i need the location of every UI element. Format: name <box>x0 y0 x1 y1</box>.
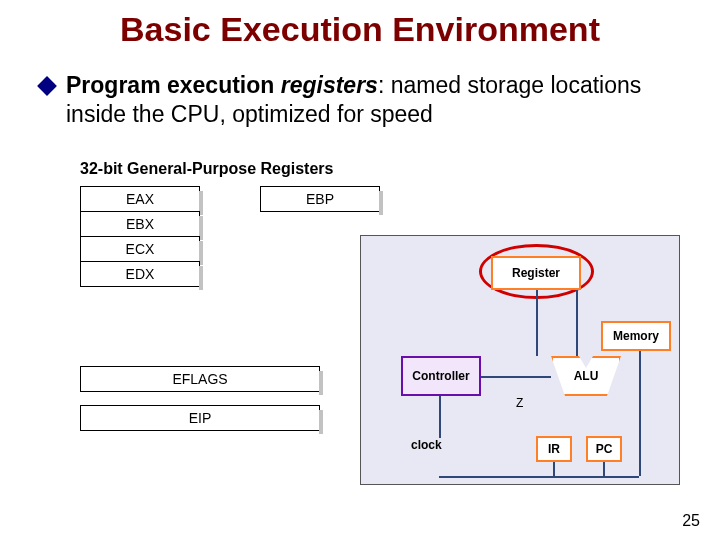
cpu-controller-block: Controller <box>401 356 481 396</box>
page-number: 25 <box>682 512 700 530</box>
wire <box>439 396 441 438</box>
bullet-item: Program execution registers: named stora… <box>40 71 680 129</box>
cpu-clock-label: clock <box>411 438 442 452</box>
wire <box>553 462 555 476</box>
cpu-pc-block: PC <box>586 436 622 462</box>
wire <box>439 476 639 478</box>
reg-eip: EIP <box>80 405 320 431</box>
bullet-text: Program execution registers: named stora… <box>66 71 680 129</box>
reg-ecx: ECX <box>80 236 200 262</box>
reg-eax: EAX <box>80 186 200 212</box>
wire <box>603 462 605 476</box>
wire <box>639 351 641 476</box>
reg-ebp: EBP <box>260 186 380 212</box>
diamond-bullet-icon <box>37 76 57 96</box>
reg-edx: EDX <box>80 261 200 287</box>
cpu-alu-block: ALU <box>551 356 621 396</box>
wire <box>481 376 551 378</box>
cpu-diagram: Register Memory Controller ALU IR PC clo… <box>360 235 680 485</box>
cpu-ir-block: IR <box>536 436 572 462</box>
bullet-emph: registers <box>281 72 378 98</box>
wire <box>576 290 578 356</box>
reg-eflags: EFLAGS <box>80 366 320 392</box>
cpu-memory-block: Memory <box>601 321 671 351</box>
bullet-strong: Program execution <box>66 72 281 98</box>
slide-title: Basic Execution Environment <box>0 0 720 49</box>
reg-ebx: EBX <box>80 211 200 237</box>
cpu-z-label: Z <box>516 396 523 410</box>
wire <box>536 290 538 356</box>
cpu-register-block: Register <box>491 256 581 290</box>
figure-heading: 32-bit General-Purpose Registers <box>80 160 640 178</box>
